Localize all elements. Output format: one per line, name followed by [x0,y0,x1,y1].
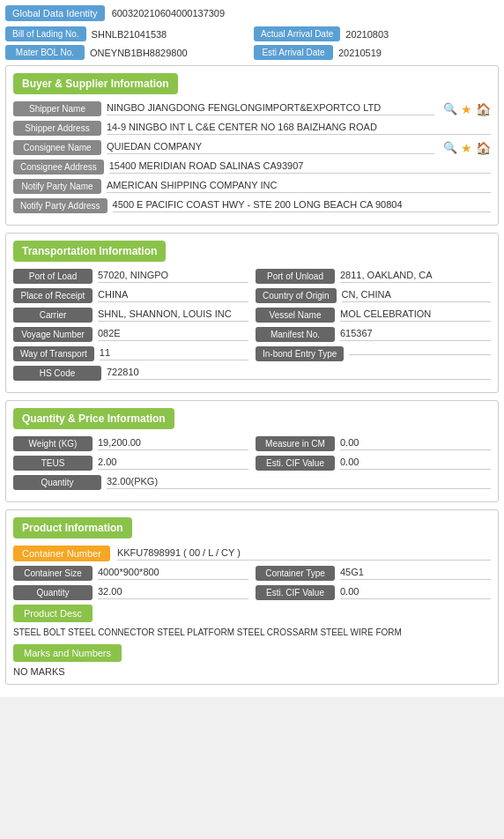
star-icon[interactable]: ★ [461,102,472,116]
home-icon-2[interactable]: 🏠 [476,141,491,155]
shipper-address-label: Shipper Address [13,121,101,136]
inbond-entry-value [349,353,491,355]
notify-party-name-label: Notify Party Name [13,179,101,194]
product-quantity-label: Quantity [13,585,93,600]
port-of-unload-label: Port of Unload [256,269,335,284]
product-section: Product Information Container Number KKF… [5,509,499,685]
product-qty-cif-row: Quantity 32.00 Esti. CIF Value 0.00 [13,585,491,600]
vessel-name-pair: Vessel Name MOL CELEBRATION [256,308,491,323]
quantity-value: 32.00(PKG) [107,476,491,489]
measure-cm-pair: Measure in CM 0.00 [256,436,491,451]
product-desc-button[interactable]: Product Desc [13,605,93,622]
hs-code-label: HS Code [13,366,101,381]
vessel-name-label: Vessel Name [256,308,335,323]
product-desc-text: STEEL BOLT STEEL CONNECTOR STEEL PLATFOR… [13,627,491,639]
weight-label: Weight (KG) [13,436,93,451]
buyer-supplier-section: Buyer & Supplier Information Shipper Nam… [5,65,499,226]
container-type-pair: Container Type 45G1 [256,566,491,581]
teus-pair: TEUS 2.00 [13,456,248,471]
search-icon-2[interactable]: 🔍 [443,141,457,154]
master-bol-label: Mater BOL No. [5,45,85,60]
esti-arrival-label: Esti Arrival Date [254,45,333,60]
place-of-receipt-pair: Place of Receipt CHINA [13,288,248,303]
product-esti-cif-value: 0.00 [340,586,491,599]
search-icon[interactable]: 🔍 [443,102,457,115]
voyage-manifest-row: Voyage Number 082E Manifest No. 615367 [13,327,491,342]
port-of-load-value: 57020, NINGPO [98,270,248,283]
shipper-name-row: Shipper Name NINGBO JIANGDONG FENGLONGIM… [13,101,491,116]
global-data-row: Global Data Identity 6003202106040001373… [5,5,499,21]
notify-party-name-value: AMERICAN SHIPPING COMPANY INC [107,180,491,193]
voyage-number-value: 082E [98,328,248,341]
port-of-load-pair: Port of Load 57020, NINGPO [13,269,248,284]
hs-code-value: 722810 [107,367,491,380]
notify-party-address-row: Notify Party Address 4500 E PACIFIC COAS… [13,198,491,213]
port-of-load-label: Port of Load [13,269,93,284]
container-type-value: 45G1 [340,567,491,580]
port-of-unload-pair: Port of Unload 2811, OAKLAND, CA [256,269,491,284]
teus-label: TEUS [13,456,93,471]
home-icon[interactable]: 🏠 [476,102,491,116]
no-marks-text: NO MARKS [13,666,491,677]
country-of-origin-pair: Country of Origin CN, CHINA [256,288,491,303]
shipper-address-row: Shipper Address 14-9 NINGBO INT L C&E CE… [13,121,491,136]
consignee-address-label: Consignee Address [13,160,104,174]
shipper-name-label: Shipper Name [13,101,101,116]
teus-cif-row: TEUS 2.00 Esti. CIF Value 0.00 [13,456,491,471]
transport-inbond-row: Way of Transport 11 In-bond Entry Type [13,346,491,361]
shipper-icons: 🔍 ★ 🏠 [443,102,491,116]
esti-arrival-cell: Esti Arrival Date 20210519 [254,45,499,60]
esti-cif-label: Esti. CIF Value [256,456,335,471]
global-data-label: Global Data Identity [5,5,105,21]
container-type-label: Container Type [256,566,335,581]
product-esti-cif-label: Esti. CIF Value [256,585,335,600]
transportation-title: Transportation Information [13,241,166,262]
product-esti-cif-pair: Esti. CIF Value 0.00 [256,585,491,600]
container-number-row: Container Number KKFU7898991 ( 00 / L / … [13,546,491,561]
measure-cm-label: Measure in CM [256,436,335,451]
quantity-price-section: Quantity & Price Information Weight (KG)… [5,400,499,502]
carrier-value: SHNL, SHANNON, LOUIS INC [98,308,248,322]
marks-numbers-button[interactable]: Marks and Numbers [13,644,122,662]
way-of-transport-pair: Way of Transport 11 [13,346,248,361]
consignee-address-value: 15400 MERIDIAN ROAD SALINAS CA93907 [109,160,491,174]
container-size-type-row: Container Size 4000*900*800 Container Ty… [13,566,491,581]
weight-value: 19,200.00 [98,437,248,450]
country-of-origin-label: Country of Origin [256,288,337,303]
transportation-section: Transportation Information Port of Load … [5,233,499,393]
teus-value: 2.00 [98,457,248,470]
shipper-address-value: 14-9 NINGBO INT L C&E CENTER NO 168 BAIZ… [107,122,491,135]
container-size-label: Container Size [13,566,93,581]
hs-code-row: HS Code 722810 [13,366,491,381]
consignee-icons: 🔍 ★ 🏠 [443,141,491,155]
consignee-name-value: QUIEDAN COMPANY [107,141,434,154]
product-desc-button-row: Product Desc [13,605,491,622]
quantity-label: Quantity [13,475,101,490]
carrier-vessel-row: Carrier SHNL, SHANNON, LOUIS INC Vessel … [13,308,491,323]
product-quantity-pair: Quantity 32.00 [13,585,248,600]
product-quantity-value: 32.00 [98,586,248,599]
notify-party-address-value: 4500 E PACIFIC COAST HWY - STE 200 LONG … [113,199,491,212]
measure-cm-value: 0.00 [340,437,491,450]
page-wrapper: Global Data Identity 6003202106040001373… [0,0,504,697]
inbond-entry-pair: In-bond Entry Type [256,346,491,361]
inbond-entry-label: In-bond Entry Type [256,346,344,361]
global-data-value: 600320210604000137309 [112,8,225,19]
quantity-row: Quantity 32.00(PKG) [13,475,491,490]
bill-of-lading-value: SHNLB21041538 [92,29,167,40]
voyage-number-pair: Voyage Number 082E [13,327,248,342]
buyer-supplier-title: Buyer & Supplier Information [13,73,178,94]
master-bol-cell: Mater BOL No. ONEYNB1BH8829800 [5,45,250,60]
manifest-no-pair: Manifest No. 615367 [256,327,491,342]
container-size-value: 4000*900*800 [98,567,248,580]
star-icon-2[interactable]: ★ [461,141,472,155]
esti-cif-value: 0.00 [340,457,491,470]
weight-measure-row: Weight (KG) 19,200.00 Measure in CM 0.00 [13,436,491,451]
carrier-label: Carrier [13,308,93,323]
container-number-button[interactable]: Container Number [13,546,110,561]
actual-arrival-cell: Actual Arrival Date 20210803 [254,26,499,41]
shipper-name-value: NINGBO JIANGDONG FENGLONGIMPORT&EXPORTCO… [107,102,434,115]
manifest-no-label: Manifest No. [256,327,335,342]
consignee-address-row: Consignee Address 15400 MERIDIAN ROAD SA… [13,160,491,174]
bill-of-lading-cell: Bill of Lading No. SHNLB21041538 [5,26,250,41]
